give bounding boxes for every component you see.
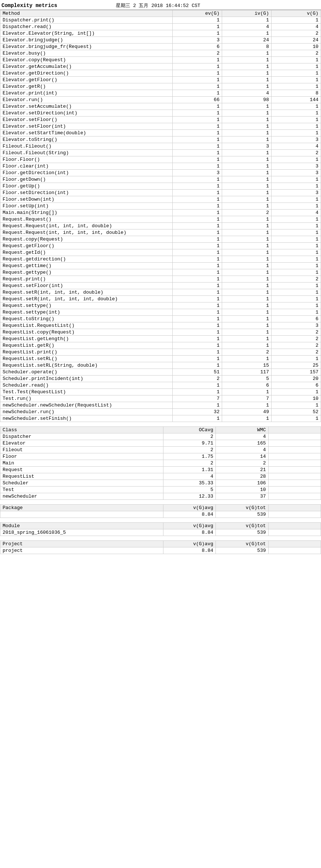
project-row: project 8.84 539 (0, 547, 321, 554)
method-name: Request.gettype() (0, 269, 173, 276)
datetime: 星期三 2 五月 2018 16:44:52 CST (116, 2, 200, 9)
module-col-header: Module (0, 523, 163, 529)
method-iv: 1 (222, 256, 271, 263)
method-iv: 1 (222, 223, 271, 229)
evg-col-header: ev(G) (172, 10, 222, 17)
proj-vgavg-col-header: v(G)avg (163, 541, 215, 547)
class-empty (268, 440, 321, 447)
class-empty (268, 480, 321, 487)
class-name: Main (0, 460, 163, 467)
method-ev: 1 (172, 150, 222, 156)
method-v: 1 (271, 309, 321, 316)
package-name (0, 511, 163, 518)
method-iv: 1 (222, 57, 271, 63)
class-wmc: 165 (216, 440, 268, 447)
ocavg-col-header: OCavg (163, 427, 215, 433)
method-ev: 1 (172, 316, 222, 322)
method-row: Floor.clear(int) 1 1 3 (0, 163, 321, 170)
method-ev: 1 (172, 349, 222, 356)
method-row: Elevator.copy(Request) 1 1 1 (0, 57, 321, 63)
method-v: 1 (271, 176, 321, 183)
method-iv: 1 (222, 103, 271, 110)
method-row: RequestList.getR() 1 1 2 (0, 342, 321, 349)
method-iv: 2 (222, 349, 271, 356)
method-iv: 1 (222, 302, 271, 309)
method-v: 1 (271, 77, 321, 83)
proj-empty-col (268, 541, 321, 547)
method-iv: 3 (222, 143, 271, 150)
method-ev: 1 (172, 123, 222, 130)
class-wmc: 28 (216, 473, 268, 480)
method-row: Request.Request() 1 1 1 (0, 216, 321, 223)
method-ev: 1 (172, 136, 222, 143)
method-ev: 1 (172, 283, 222, 289)
method-row: Elevator.run() 66 98 144 (0, 97, 321, 103)
method-name: Elevator.bringjudge() (0, 37, 173, 44)
method-name: Elevator.print(int) (0, 90, 173, 97)
method-row: Elevator.setFloor(int) 1 1 1 (0, 123, 321, 130)
class-empty (268, 453, 321, 460)
method-ev: 1 (172, 402, 222, 409)
method-ev: 1 (172, 322, 222, 329)
package-col-header: Package (0, 505, 163, 511)
method-v: 144 (271, 97, 321, 103)
method-v: 157 (271, 369, 321, 376)
method-v: 25 (271, 362, 321, 369)
method-iv: 1 (222, 130, 271, 136)
method-iv: 1 (222, 77, 271, 83)
class-name: Dispatcher (0, 433, 163, 440)
method-v: 24 (271, 37, 321, 44)
method-v: 1 (271, 123, 321, 130)
method-row: Request.Request(int, int, int, int, doub… (0, 229, 321, 236)
module-empty (268, 529, 321, 536)
class-wmc: 21 (216, 467, 268, 473)
method-ev: 1 (172, 342, 222, 349)
method-v: 1 (271, 243, 321, 249)
method-name: newScheduler.newScheduler(RequestList) (0, 402, 173, 409)
class-wmc: 4 (216, 433, 268, 440)
method-iv: 1 (222, 276, 271, 283)
method-name: Request.settype(int) (0, 309, 173, 316)
method-row: Request.setFloor(int) 1 1 1 (0, 283, 321, 289)
method-v: 2 (271, 30, 321, 37)
method-ev: 1 (172, 190, 222, 196)
method-row: Request.gettype() 1 1 1 (0, 269, 321, 276)
wmc-col-header: WMC (216, 427, 268, 433)
method-name: Elevator.getFloor() (0, 77, 173, 83)
method-name: Elevator.getR() (0, 83, 173, 90)
method-v: 3 (271, 163, 321, 170)
pkg-vgtot-col-header: v(G)tot (216, 505, 268, 511)
method-name: Elevator.busy() (0, 50, 173, 57)
methods-table: Method ev(G) iv(G) v(G) Dispatcher.print… (0, 10, 321, 422)
method-iv: 1 (222, 356, 271, 362)
method-v: 1 (271, 117, 321, 123)
method-ev: 1 (172, 289, 222, 296)
method-name: Floor.setDown(int) (0, 196, 173, 203)
method-name: Request.Request(int, int, int, int, doub… (0, 229, 173, 236)
method-ev: 1 (172, 183, 222, 190)
method-v: 1 (271, 415, 321, 422)
method-name: Scheduler.read() (0, 382, 173, 389)
method-iv: 1 (222, 342, 271, 349)
method-name: Elevator.setFloor(int) (0, 123, 173, 130)
method-row: Elevator.bringjudge() 3 24 24 (0, 37, 321, 44)
method-iv: 1 (222, 163, 271, 170)
project-avg: 8.84 (163, 547, 215, 554)
method-v: 1 (271, 70, 321, 77)
method-row: Request.settype(int) 1 1 1 (0, 309, 321, 316)
method-iv: 1 (222, 156, 271, 163)
class-ocavg: 1.75 (163, 453, 215, 460)
method-row: Request.getId() 1 1 1 (0, 249, 321, 256)
method-v: 52 (271, 409, 321, 415)
module-avg: 8.84 (163, 529, 215, 536)
method-v: 2 (271, 342, 321, 349)
method-iv: 1 (222, 269, 271, 276)
spacer-2 (0, 500, 321, 504)
method-ev: 1 (172, 263, 222, 269)
method-ev: 1 (172, 302, 222, 309)
method-name: RequestList.setRL(String, double) (0, 362, 173, 369)
method-name: Test.run() (0, 395, 173, 402)
method-name: Elevator.copy(Request) (0, 57, 173, 63)
method-iv: 1 (222, 249, 271, 256)
method-iv: 98 (222, 97, 271, 103)
